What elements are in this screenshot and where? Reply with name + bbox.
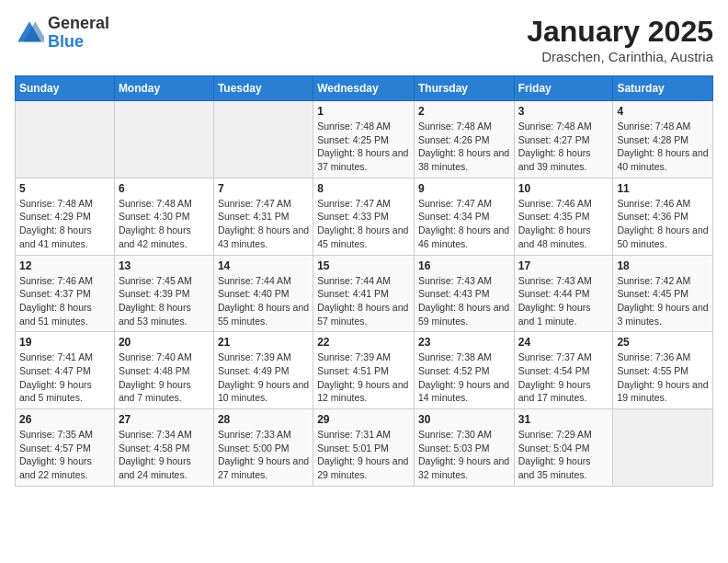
calendar-cell: 14Sunrise: 7:44 AM Sunset: 4:40 PM Dayli… [213,255,313,332]
calendar-cell: 28Sunrise: 7:33 AM Sunset: 5:00 PM Dayli… [213,409,313,487]
calendar-cell: 13Sunrise: 7:45 AM Sunset: 4:39 PM Dayli… [114,255,213,332]
day-info: Sunrise: 7:36 AM Sunset: 4:55 PM Dayligh… [617,350,709,405]
calendar-cell: 19Sunrise: 7:41 AM Sunset: 4:47 PM Dayli… [16,332,115,409]
day-info: Sunrise: 7:39 AM Sunset: 4:51 PM Dayligh… [317,350,410,405]
calendar-cell: 25Sunrise: 7:36 AM Sunset: 4:55 PM Dayli… [613,332,713,409]
day-number: 27 [119,413,210,426]
day-info: Sunrise: 7:47 AM Sunset: 4:31 PM Dayligh… [218,197,309,251]
day-number: 5 [19,182,110,195]
day-info: Sunrise: 7:47 AM Sunset: 4:34 PM Dayligh… [418,197,510,251]
header-day-monday: Monday [114,76,213,101]
header-day-friday: Friday [514,76,613,101]
logo-blue-text: Blue [48,33,109,52]
day-number: 18 [617,259,709,272]
day-info: Sunrise: 7:44 AM Sunset: 4:41 PM Dayligh… [317,274,410,328]
day-number: 22 [317,336,410,349]
calendar-cell: 9Sunrise: 7:47 AM Sunset: 4:34 PM Daylig… [414,178,514,255]
day-number: 25 [617,336,709,349]
calendar-cell: 16Sunrise: 7:43 AM Sunset: 4:43 PM Dayli… [414,255,514,332]
day-number: 11 [617,182,709,195]
day-info: Sunrise: 7:48 AM Sunset: 4:27 PM Dayligh… [518,120,609,174]
day-number: 2 [418,105,510,118]
day-number: 19 [19,336,110,349]
day-info: Sunrise: 7:43 AM Sunset: 4:43 PM Dayligh… [418,274,510,328]
calendar-cell: 30Sunrise: 7:30 AM Sunset: 5:03 PM Dayli… [414,409,514,487]
calendar-week-1: 1Sunrise: 7:48 AM Sunset: 4:25 PM Daylig… [16,101,713,178]
calendar-cell: 1Sunrise: 7:48 AM Sunset: 4:25 PM Daylig… [313,101,415,178]
day-number: 30 [418,413,510,426]
header-day-wednesday: Wednesday [313,76,415,101]
day-info: Sunrise: 7:48 AM Sunset: 4:26 PM Dayligh… [418,120,510,174]
day-info: Sunrise: 7:41 AM Sunset: 4:47 PM Dayligh… [19,350,110,405]
calendar-cell [213,101,313,178]
day-info: Sunrise: 7:34 AM Sunset: 4:58 PM Dayligh… [119,428,210,482]
calendar-cell: 5Sunrise: 7:48 AM Sunset: 4:29 PM Daylig… [16,178,115,255]
day-number: 31 [518,413,609,426]
day-number: 9 [418,182,510,195]
day-number: 24 [518,336,609,349]
calendar-week-4: 19Sunrise: 7:41 AM Sunset: 4:47 PM Dayli… [16,332,713,409]
day-number: 28 [218,413,309,426]
calendar-cell [613,409,713,487]
calendar-cell: 7Sunrise: 7:47 AM Sunset: 4:31 PM Daylig… [213,178,313,255]
day-info: Sunrise: 7:29 AM Sunset: 5:04 PM Dayligh… [518,428,609,482]
calendar-cell: 22Sunrise: 7:39 AM Sunset: 4:51 PM Dayli… [313,332,415,409]
title-block: January 2025 Draschen, Carinthia, Austri… [527,15,713,64]
day-number: 26 [19,413,110,426]
day-info: Sunrise: 7:48 AM Sunset: 4:30 PM Dayligh… [119,197,210,251]
day-number: 21 [218,336,309,349]
day-info: Sunrise: 7:35 AM Sunset: 4:57 PM Dayligh… [19,428,110,482]
calendar-week-2: 5Sunrise: 7:48 AM Sunset: 4:29 PM Daylig… [16,178,713,255]
day-info: Sunrise: 7:47 AM Sunset: 4:33 PM Dayligh… [317,197,410,251]
logo: General Blue [15,15,109,52]
day-info: Sunrise: 7:42 AM Sunset: 4:45 PM Dayligh… [617,274,709,328]
calendar-cell: 3Sunrise: 7:48 AM Sunset: 4:27 PM Daylig… [514,101,613,178]
day-info: Sunrise: 7:46 AM Sunset: 4:36 PM Dayligh… [617,197,709,251]
calendar-table: SundayMondayTuesdayWednesdayThursdayFrid… [15,75,713,487]
day-info: Sunrise: 7:48 AM Sunset: 4:28 PM Dayligh… [617,120,709,174]
calendar-cell: 10Sunrise: 7:46 AM Sunset: 4:35 PM Dayli… [514,178,613,255]
day-number: 17 [518,259,609,272]
day-info: Sunrise: 7:39 AM Sunset: 4:49 PM Dayligh… [218,350,309,405]
day-number: 10 [518,182,609,195]
header-day-saturday: Saturday [613,76,713,101]
calendar-cell: 15Sunrise: 7:44 AM Sunset: 4:41 PM Dayli… [313,255,415,332]
calendar-cell: 8Sunrise: 7:47 AM Sunset: 4:33 PM Daylig… [313,178,415,255]
header-day-thursday: Thursday [414,76,514,101]
day-number: 1 [317,105,410,118]
calendar-body: 1Sunrise: 7:48 AM Sunset: 4:25 PM Daylig… [16,101,713,487]
day-number: 13 [119,259,210,272]
calendar-header: SundayMondayTuesdayWednesdayThursdayFrid… [16,76,713,101]
page-subtitle: Draschen, Carinthia, Austria [527,49,713,64]
calendar-cell: 17Sunrise: 7:43 AM Sunset: 4:44 PM Dayli… [514,255,613,332]
calendar-cell: 23Sunrise: 7:38 AM Sunset: 4:52 PM Dayli… [414,332,514,409]
day-info: Sunrise: 7:43 AM Sunset: 4:44 PM Dayligh… [518,274,609,328]
day-info: Sunrise: 7:48 AM Sunset: 4:29 PM Dayligh… [19,197,110,251]
calendar-week-5: 26Sunrise: 7:35 AM Sunset: 4:57 PM Dayli… [16,409,713,487]
day-info: Sunrise: 7:37 AM Sunset: 4:54 PM Dayligh… [518,350,609,405]
calendar-cell: 18Sunrise: 7:42 AM Sunset: 4:45 PM Dayli… [613,255,713,332]
calendar-cell: 6Sunrise: 7:48 AM Sunset: 4:30 PM Daylig… [114,178,213,255]
day-number: 4 [617,105,709,118]
day-info: Sunrise: 7:44 AM Sunset: 4:40 PM Dayligh… [218,274,309,328]
day-number: 3 [518,105,609,118]
calendar-cell: 20Sunrise: 7:40 AM Sunset: 4:48 PM Dayli… [114,332,213,409]
logo-general-text: General [48,15,109,33]
calendar-cell: 21Sunrise: 7:39 AM Sunset: 4:49 PM Dayli… [213,332,313,409]
calendar-cell: 27Sunrise: 7:34 AM Sunset: 4:58 PM Dayli… [114,409,213,487]
day-number: 29 [317,413,410,426]
calendar-week-3: 12Sunrise: 7:46 AM Sunset: 4:37 PM Dayli… [16,255,713,332]
day-info: Sunrise: 7:48 AM Sunset: 4:25 PM Dayligh… [317,120,410,174]
day-number: 23 [418,336,510,349]
day-number: 20 [119,336,210,349]
day-info: Sunrise: 7:30 AM Sunset: 5:03 PM Dayligh… [418,428,510,482]
header-day-sunday: Sunday [16,76,115,101]
day-info: Sunrise: 7:46 AM Sunset: 4:37 PM Dayligh… [19,274,110,328]
day-number: 7 [218,182,309,195]
day-info: Sunrise: 7:46 AM Sunset: 4:35 PM Dayligh… [518,197,609,251]
calendar-cell: 26Sunrise: 7:35 AM Sunset: 4:57 PM Dayli… [16,409,115,487]
day-number: 16 [418,259,510,272]
day-info: Sunrise: 7:33 AM Sunset: 5:00 PM Dayligh… [218,428,309,482]
calendar-cell: 11Sunrise: 7:46 AM Sunset: 4:36 PM Dayli… [613,178,713,255]
logo-icon [15,18,44,48]
